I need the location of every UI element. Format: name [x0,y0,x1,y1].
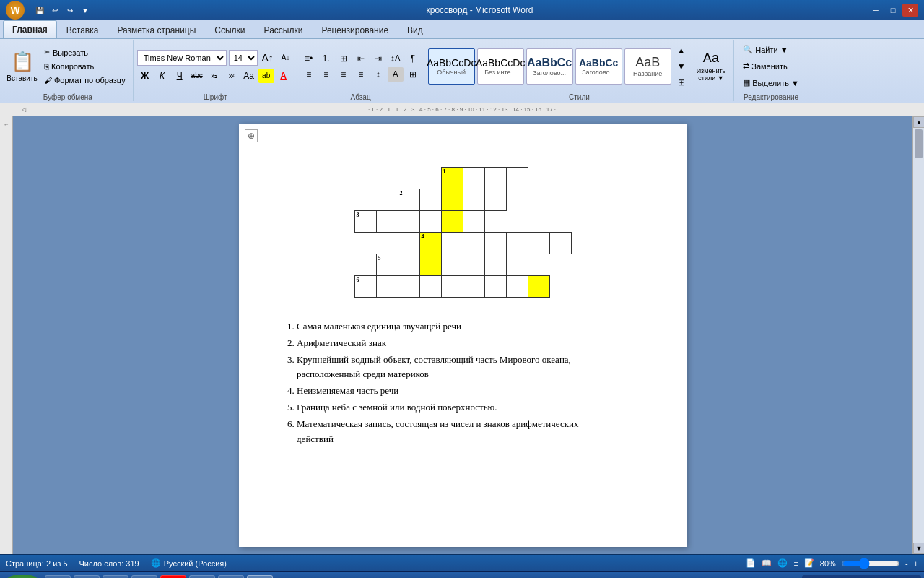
taskbar-ie-btn[interactable]: 🌐 [45,575,71,579]
tab-insert[interactable]: Вставка [57,21,108,38]
replace-button[interactable]: ⇄ Заменить [738,59,804,74]
taskbar-yandex-btn[interactable]: Я [131,575,157,579]
change-styles-button[interactable]: Аа Изменитьстили ▼ [692,47,731,85]
taskbar: ⊞ Пуск 🌐 📁 ▶ Я Я 🔧 🌍 W 📶 🔊 RU ⌨ 20:47 25… [0,571,924,578]
empty-cell [484,211,506,233]
horizontal-ruler: ◁ · 1 · 2 · 1 · 1 · 2 · 3 · 4 · 5 · 6 · … [0,103,924,116]
align-left-button[interactable]: ≡ [301,67,317,82]
para-row-1: ≡• 1. ⊞ ⇤ ⇥ ↕A ¶ [301,51,421,66]
numbering-button[interactable]: 1. [318,51,334,66]
view-web-icon[interactable]: 🌐 [777,558,788,568]
taskbar-word-btn[interactable]: W [247,575,273,579]
font-family-select[interactable]: Times New Roman [137,50,227,66]
grid-cell [484,233,506,254]
taskbar-explorer-btn[interactable]: 📁 [74,575,100,579]
cut-button[interactable]: ✂ Вырезать [40,46,130,59]
scroll-down-button[interactable]: ▼ [913,543,924,554]
tab-page-layout[interactable]: Разметка страницы [108,21,205,38]
sort-button[interactable]: ↕A [388,51,404,66]
copy-button[interactable]: ⎘ Копировать [40,60,130,73]
show-formatting-button[interactable]: ¶ [405,51,421,66]
grid-cell [398,254,419,276]
tab-view[interactable]: Вид [398,21,432,38]
grid-cell [419,189,441,211]
borders-button[interactable]: ⊞ [405,67,421,82]
close-button[interactable]: ✕ [902,4,918,17]
taskbar-media-btn[interactable]: ▶ [103,575,128,579]
taskbar-yandex2-btn[interactable]: Я [160,575,186,579]
find-button[interactable]: 🔍 Найти ▼ [738,42,804,57]
decrease-indent-button[interactable]: ⇤ [353,51,369,66]
more-quick-btn[interactable]: ▼ [79,4,92,17]
tab-home[interactable]: Главная [3,20,57,38]
format-painter-button[interactable]: 🖌 Формат по образцу [40,74,130,87]
grow-font-button[interactable]: A↑ [260,51,276,65]
grid-cell [463,211,484,233]
zoom-out-button[interactable]: - [905,559,908,568]
taskbar-misc-btn[interactable]: 🔧 [189,575,215,579]
grid-cell [398,211,419,233]
language-flag-icon: 🌐 [151,558,161,568]
table-row: 4 [354,233,571,254]
editing-group: 🔍 Найти ▼ ⇄ Заменить ▦ Выделить ▼ Редакт… [735,40,807,101]
styles-more-btn[interactable]: ⊞ [674,75,689,90]
font-color-button[interactable]: А [276,69,292,83]
scroll-track[interactable] [913,128,924,543]
scroll-thumb[interactable] [915,129,923,158]
maximize-button[interactable]: □ [885,4,901,17]
style-heading1-btn[interactable]: AaBbCc Заголово... [526,48,573,85]
increase-indent-button[interactable]: ⇥ [370,51,386,66]
font-format-row: Ж К Ч abc х₂ х² Аа ab А [137,69,292,83]
bullets-button[interactable]: ≡• [301,51,317,66]
view-draft-icon[interactable]: 📝 [804,558,814,568]
superscript-button[interactable]: х² [224,69,240,83]
align-right-button[interactable]: ≡ [336,67,352,82]
style-title-btn[interactable]: AaB Название [624,48,671,85]
start-button[interactable]: ⊞ Пуск [3,575,42,579]
style-no-spacing-btn[interactable]: AaBbCcDc Без инте... [477,48,524,85]
line-spacing-button[interactable]: ↕ [370,67,386,82]
redo-quick-btn[interactable]: ↪ [64,4,77,17]
underline-button[interactable]: Ч [172,69,188,83]
change-case-button[interactable]: Аа [241,69,257,83]
tab-references[interactable]: Ссылки [205,21,254,38]
office-button[interactable]: W [6,1,25,20]
undo-quick-btn[interactable]: ↩ [48,4,61,17]
font-size-select[interactable]: 14 [229,50,258,66]
styles-scroll-down-btn[interactable]: ▼ [674,59,689,74]
vertical-scrollbar[interactable]: ▲ ▼ [912,116,924,554]
justify-button[interactable]: ≡ [353,67,369,82]
document-area[interactable]: ⊕ 1 [13,116,912,554]
view-reading-icon[interactable]: 📖 [762,558,772,568]
style-normal-btn[interactable]: AaBbCcDc Обычный [428,48,475,85]
style-heading2-btn[interactable]: AaBbCc Заголово... [575,48,622,85]
bold-button[interactable]: Ж [137,69,153,83]
align-center-button[interactable]: ≡ [318,67,334,82]
multilevel-button[interactable]: ⊞ [336,51,352,66]
paste-button[interactable]: 📋 Вставить [6,48,38,85]
table-move-handle[interactable]: ⊕ [245,129,258,142]
zoom-slider[interactable] [842,558,899,569]
italic-button[interactable]: К [154,69,170,83]
subscript-button[interactable]: х₂ [206,69,222,83]
scroll-up-button[interactable]: ▲ [913,116,924,128]
highlight-button[interactable]: ab [258,69,274,83]
empty-cell [528,211,549,233]
shading-button[interactable]: A [388,67,404,82]
tab-review[interactable]: Рецензирование [312,21,398,38]
taskbar-chrome-btn[interactable]: 🌍 [218,575,244,579]
strikethrough-button[interactable]: abc [189,69,205,83]
zoom-in-button[interactable]: + [914,559,918,568]
shrink-font-button[interactable]: A↓ [278,51,294,65]
view-outline-icon[interactable]: ≡ [793,559,798,568]
view-normal-icon[interactable]: 📄 [746,558,756,568]
select-button[interactable]: ▦ Выделить ▼ [738,75,804,90]
minimize-button[interactable]: ─ [868,4,884,17]
styles-scroll-up-btn[interactable]: ▲ [674,43,689,58]
empty-cell [506,189,528,211]
save-quick-btn[interactable]: 💾 [33,4,46,17]
tab-mailings[interactable]: Рассылки [255,21,313,38]
ribbon-content: 📋 Вставить ✂ Вырезать ⎘ Копировать 🖌 Фор… [0,39,924,103]
scissors-icon: ✂ [44,48,51,57]
ribbon-tabs: Главная Вставка Разметка страницы Ссылки… [0,20,924,39]
